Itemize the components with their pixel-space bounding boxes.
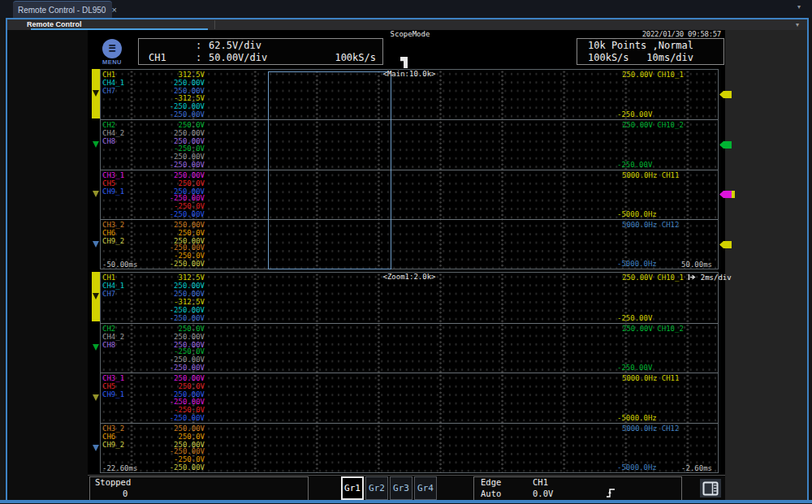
channel-label-CH4_2: CH4_2 <box>102 333 124 341</box>
trigger-type: Edge <box>481 477 501 487</box>
window-border-bottom <box>0 500 812 503</box>
channel-lower-scale-values: -250.00V-250.0V-250.00V <box>148 398 205 422</box>
channel-lower-scale-values: -250.0V-250.00V-250.00V <box>148 144 205 169</box>
scale-bottom-CH7: -250.00V <box>148 110 205 118</box>
right-channel-bottom-scale-CH10_2: -250.00V <box>617 161 652 169</box>
channel-labels: CH3_1CH5CH9_1 <box>102 171 124 196</box>
main-waveform-grid: CH1CH4_1CH7312.5V250.00V250.00V-312.5V-2… <box>100 69 719 269</box>
channel-label-CH5: CH5 <box>102 179 124 187</box>
time-right-label: 50.00ms <box>681 261 712 269</box>
channel-label-CH6: CH6 <box>102 433 124 441</box>
group-button-gr2[interactable]: Gr2 <box>365 476 388 500</box>
scale-bottom-CH9_1: -250.00V <box>148 414 205 422</box>
channel-labels: CH3_1CH5CH9_1 <box>102 374 124 398</box>
channel-label-CH9_1: CH9_1 <box>102 390 124 398</box>
scale-top-CH3_1: 250.00V <box>148 374 205 382</box>
channel-lower-scale-values: -312.5V-250.00V-250.00V <box>148 94 205 118</box>
channel-lower-scale-values: -250.00V-250.0V-250.00V <box>148 447 205 472</box>
right-channel-readout-CH11: 5000.0Hz CH11 <box>622 171 679 179</box>
right-channel-readout-CH12: 5000.0Hz CH12 <box>622 424 679 433</box>
acquisition-count: 0 <box>123 489 127 498</box>
right-channel-readout-CH12: 5000.0Hz CH12 <box>622 221 679 229</box>
scale-bottom-CH3_2: -250.00V <box>148 243 205 252</box>
scale-top-CH3_1: 250.00V <box>148 171 205 179</box>
scale-bottom-CH3_1: -250.00V <box>148 194 205 202</box>
channel-label-CH4_1: CH4_1 <box>102 282 124 290</box>
zoom-window-box[interactable] <box>268 71 391 269</box>
scale-bottom-CH3_1: -250.00V <box>148 398 205 406</box>
level-marker-4[interactable] <box>719 241 732 248</box>
waveform-group-3: CH3_1CH5CH9_1250.00V250.0V250.00V-250.00… <box>101 373 718 423</box>
scale-bottom-CH4_1: -250.00V <box>148 306 205 314</box>
channel-upper-scale-values: 250.00V250.0V250.00V <box>148 374 205 398</box>
scale-bottom-CH4_2: -250.00V <box>148 153 205 161</box>
ground-level-marker[interactable] <box>93 191 99 197</box>
scale-bottom-CH6: -250.0V <box>148 252 205 260</box>
channel-labels: CH3_2CH6CH9_2 <box>102 221 124 245</box>
channel-lower-scale-values: -250.00V-250.0V-250.00V <box>148 194 205 218</box>
channel-label-CH7: CH7 <box>102 87 124 95</box>
time-left-label: -22.60ms <box>102 464 137 472</box>
level-marker-1[interactable] <box>719 91 732 98</box>
scale-top-CH6: 250.0V <box>148 229 205 237</box>
channel-label-CH3_2: CH3_2 <box>102 424 124 433</box>
right-channel-bottom-scale-CH10_1: -250.00V <box>617 110 652 118</box>
channel-lower-scale-values: -312.5V-250.00V-250.00V <box>148 298 205 322</box>
scale-bottom-CH5: -250.0V <box>148 202 205 210</box>
right-channel-bottom-scale-CH10_1: -250.00V <box>617 314 652 322</box>
trigger-settings-box[interactable]: Edge Auto CH1 0.0V <box>473 476 682 501</box>
ground-level-marker[interactable] <box>93 293 99 299</box>
channel-label-CH3_1: CH3_1 <box>102 374 124 382</box>
channel-label-CH3_2: CH3_2 <box>102 221 124 229</box>
ground-level-marker[interactable] <box>93 344 99 351</box>
channel-upper-scale-values: 250.0V250.00V250.00V <box>148 325 205 349</box>
scale-bottom-CH4_1: -250.00V <box>148 102 205 110</box>
scale-top-CH4_2: 250.00V <box>148 333 205 341</box>
waveform-group-2: CH2CH4_2CH8250.0V250.00V250.00V-250.0V-2… <box>101 323 718 373</box>
channel-label-CH2: CH2 <box>102 121 124 129</box>
channel-upper-scale-values: 250.00V250.0V250.00V <box>148 221 205 245</box>
group-button-gr4[interactable]: Gr4 <box>414 476 437 500</box>
channel-label-CH9_2: CH9_2 <box>102 237 124 245</box>
channel-label-CH4_1: CH4_1 <box>102 79 124 87</box>
scale-bottom-CH4_2: -250.00V <box>148 355 205 364</box>
channel-label-CH8: CH8 <box>102 137 124 145</box>
channel-labels: CH2CH4_2CH8 <box>102 325 124 349</box>
active-group-indicator-bar[interactable] <box>92 272 100 321</box>
channel-label-CH4_2: CH4_2 <box>102 129 124 137</box>
display-layout-icon[interactable] <box>700 479 721 498</box>
channel-label-CH3_1: CH3_1 <box>102 171 124 179</box>
ground-level-marker[interactable] <box>93 141 99 148</box>
scale-top-CH4_2: 250.00V <box>148 129 205 137</box>
channel-labels: CH3_2CH6CH9_2 <box>102 424 124 449</box>
active-group-indicator-bar[interactable] <box>92 69 100 118</box>
channel-label-CH6: CH6 <box>102 229 124 237</box>
scale-bottom-CH2: -250.0V <box>148 144 205 153</box>
ground-level-marker[interactable] <box>93 90 99 97</box>
level-marker-3[interactable] <box>719 191 732 198</box>
scale-bottom-CH3_2: -250.00V <box>148 447 205 455</box>
level-marker-2[interactable] <box>719 141 732 149</box>
scale-bottom-CH7: -250.00V <box>148 314 205 322</box>
acquisition-status: Stopped <box>95 477 131 487</box>
group-button-gr3[interactable]: Gr3 <box>390 476 412 500</box>
channel-upper-scale-values: 250.0V250.00V250.00V <box>148 121 205 145</box>
record-length-title: <Zoom1:2.0k> <box>101 273 718 281</box>
ground-level-marker[interactable] <box>93 445 99 451</box>
status-bar: Stopped 0 Gr1 Gr2 Gr3 Gr4 Edge Auto CH1 … <box>88 475 725 501</box>
waveform-group-3: CH3_1CH5CH9_1250.00V250.0V250.00V-250.00… <box>101 170 718 219</box>
scale-bottom-CH1: -312.5V <box>148 298 205 306</box>
scale-bottom-CH6: -250.0V <box>148 455 205 463</box>
channel-label-CH7: CH7 <box>102 290 124 298</box>
channel-upper-scale-values: 250.00V250.0V250.00V <box>148 171 205 196</box>
scale-bottom-CH9_2: -250.00V <box>148 260 205 268</box>
ground-level-marker[interactable] <box>93 241 99 248</box>
group-button-gr1[interactable]: Gr1 <box>341 476 364 500</box>
channel-labels: CH2CH4_2CH8 <box>102 121 124 145</box>
scale-top-CH5: 250.0V <box>148 179 205 187</box>
time-left-label: -50.00ms <box>102 261 137 269</box>
scale-bottom-CH8: -250.00V <box>148 364 205 372</box>
ground-level-marker[interactable] <box>93 394 99 401</box>
scale-top-CH2: 250.0V <box>148 325 205 333</box>
left-marker-strip <box>92 69 100 269</box>
